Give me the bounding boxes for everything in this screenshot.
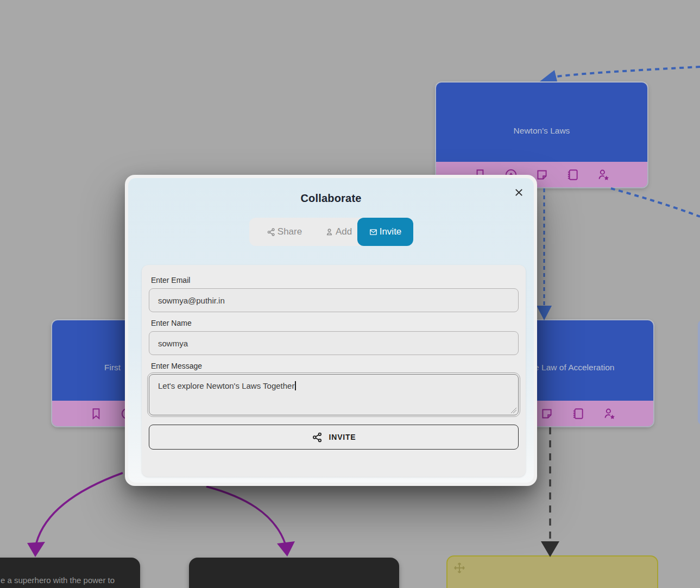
mindmap-canvas: Newton's Laws First The Law of Accelerat… <box>0 0 700 588</box>
resize-handle[interactable] <box>511 408 516 413</box>
node-title: The Law of Acceleration <box>525 363 614 372</box>
node-body: Newton's Laws <box>436 83 647 162</box>
invite-button-label: INVITE <box>329 433 356 441</box>
share-nodes-icon <box>312 432 323 443</box>
text-cursor <box>295 381 296 390</box>
tab-add[interactable]: Add <box>320 218 357 246</box>
name-input[interactable] <box>149 331 519 355</box>
message-label: Enter Message <box>151 362 519 370</box>
move-icon[interactable] <box>453 561 466 574</box>
tab-label: Share <box>278 226 302 237</box>
note-icon[interactable] <box>535 168 549 182</box>
edge-arrowhead <box>27 542 45 557</box>
tab-label: Add <box>336 226 352 237</box>
tab-label: Invite <box>380 226 402 237</box>
modal-content: Collaborate Share Add Invite <box>128 178 534 483</box>
journal-icon[interactable] <box>565 168 579 182</box>
edge-arrowhead <box>537 306 552 320</box>
message-textarea[interactable]: Let's explore Newton's Laws Together <box>149 374 519 415</box>
modal-title: Collaborate <box>128 178 534 205</box>
edge-newton-to-right <box>611 188 700 217</box>
tab-share[interactable]: Share <box>249 218 320 246</box>
edge-purple-left <box>36 473 123 543</box>
email-label: Enter Email <box>151 276 519 284</box>
email-input[interactable] <box>149 288 519 312</box>
tab-invite[interactable]: Invite <box>357 218 413 246</box>
journal-icon[interactable] <box>571 407 585 421</box>
envelope-icon <box>369 227 378 237</box>
collaborate-modal: Collaborate Share Add Invite <box>125 175 537 486</box>
invite-submit-button[interactable]: INVITE <box>149 425 519 450</box>
close-button[interactable] <box>511 185 526 200</box>
note-icon[interactable] <box>540 407 554 421</box>
node-offscreen-sliver <box>698 320 700 425</box>
node-newtons-laws[interactable]: Newton's Laws <box>436 83 647 187</box>
node-title: Newton's Laws <box>514 126 570 136</box>
invite-form: Enter Email Enter Name Enter Message Let… <box>142 265 526 477</box>
edge-purple-right <box>206 486 285 543</box>
edge-incoming-top <box>556 67 700 77</box>
person-icon <box>325 227 334 237</box>
message-text: Let's explore Newton's Laws Together <box>158 381 294 390</box>
edge-arrowhead <box>540 70 557 81</box>
user-star-icon[interactable] <box>596 168 610 182</box>
edge-arrowhead <box>277 541 295 557</box>
close-icon <box>513 187 525 198</box>
dark-card-text: e a superhero with the power to <box>1 576 115 585</box>
tab-bar: Share Add Invite <box>249 218 413 246</box>
user-star-icon[interactable] <box>602 407 616 421</box>
share-nodes-icon <box>267 227 276 237</box>
bookmark-icon[interactable] <box>89 407 103 421</box>
node-title: First <box>104 363 121 372</box>
dark-note-card-left[interactable]: e a superhero with the power to <box>0 558 140 588</box>
dark-note-card-right[interactable] <box>189 558 399 588</box>
yellow-note-card[interactable] <box>446 555 658 588</box>
name-label: Enter Name <box>151 319 519 327</box>
edge-arrowhead <box>541 541 559 557</box>
